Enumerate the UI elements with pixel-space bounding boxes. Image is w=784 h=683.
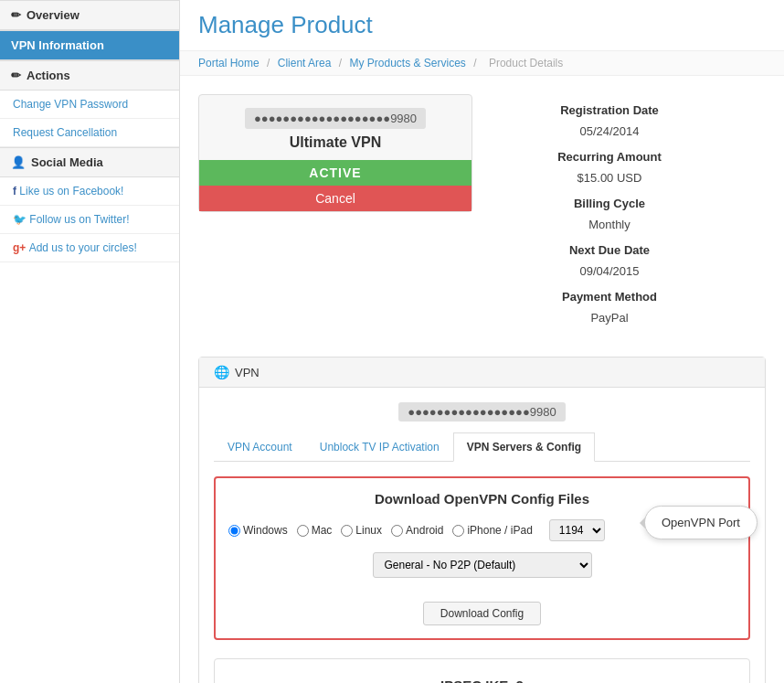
next-due-value: 09/04/2015 bbox=[511, 261, 708, 281]
tab-unblock-tv[interactable]: Unblock TV IP Activation bbox=[306, 432, 453, 462]
os-option-android[interactable]: Android bbox=[391, 524, 443, 537]
radio-linux[interactable] bbox=[341, 525, 353, 537]
recurring-value: $15.00 USD bbox=[511, 168, 708, 187]
ipsec-section: IPSEC IKEv2 Download IKev2 Certificate bbox=[214, 658, 750, 683]
breadcrumb-portal[interactable]: Portal Home bbox=[198, 57, 260, 69]
reg-date-label: Registration Date bbox=[511, 96, 708, 120]
vpn-tab-label: VPN bbox=[235, 366, 260, 379]
ipsec-title: IPSEC IKEv2 bbox=[233, 678, 731, 683]
sidebar-overview-label: Overview bbox=[26, 8, 79, 22]
os-option-iphone[interactable]: iPhone / iPad bbox=[452, 524, 532, 537]
config-title: Download OpenVPN Config Files bbox=[228, 491, 736, 507]
vpn-panel-header: 🌐 VPN bbox=[199, 358, 765, 388]
sidebar-actions-label: Actions bbox=[26, 69, 70, 82]
sidebar-vpn-info-header[interactable]: VPN Information bbox=[0, 30, 179, 60]
next-due-label: Next Due Date bbox=[511, 236, 708, 260]
radio-android[interactable] bbox=[391, 525, 403, 537]
radio-iphone[interactable] bbox=[452, 525, 464, 537]
product-details: Registration Date 05/24/2014 Recurring A… bbox=[509, 94, 710, 329]
actions-icon: ✏ bbox=[11, 69, 21, 82]
cancel-button[interactable]: Cancel bbox=[199, 186, 471, 211]
main-content: Manage Product Portal Home / Client Area… bbox=[180, 0, 784, 683]
sidebar-item-request-cancel[interactable]: Request Cancellation bbox=[0, 119, 179, 147]
vpn-panel: 🌐 VPN ●●●●●●●●●●●●●●●●●9980 VPN Account … bbox=[198, 357, 766, 683]
content-area: ●●●●●●●●●●●●●●●●●●●9980 Ultimate VPN ACT… bbox=[180, 76, 784, 683]
page-title: Manage Product bbox=[198, 11, 766, 39]
product-row: ●●●●●●●●●●●●●●●●●●●9980 Ultimate VPN ACT… bbox=[198, 94, 766, 329]
google-icon: g+ bbox=[13, 241, 29, 254]
product-card-top: ●●●●●●●●●●●●●●●●●●●9980 Ultimate VPN bbox=[199, 95, 471, 160]
payment-method-label: Payment Method bbox=[511, 283, 708, 306]
sub-tabs: VPN Account Unblock TV IP Activation VPN… bbox=[214, 432, 750, 462]
product-status: ACTIVE bbox=[199, 160, 471, 186]
billing-cycle-label: Billing Cycle bbox=[511, 189, 708, 213]
filter-dropdown[interactable]: General - No P2P (Default) P2P Allowed S… bbox=[373, 552, 592, 578]
recurring-label: Recurring Amount bbox=[511, 143, 708, 166]
download-config-button[interactable]: Download Config bbox=[423, 602, 541, 625]
product-card: ●●●●●●●●●●●●●●●●●●●9980 Ultimate VPN ACT… bbox=[198, 94, 472, 212]
sidebar-item-change-vpn[interactable]: Change VPN Password bbox=[0, 91, 179, 119]
sidebar: ✏ Overview VPN Information ✏ Actions Cha… bbox=[0, 0, 180, 683]
breadcrumb-products[interactable]: My Products & Services bbox=[349, 57, 465, 69]
sidebar-overview-header[interactable]: ✏ Overview bbox=[0, 0, 179, 30]
product-masked-id: ●●●●●●●●●●●●●●●●●●●9980 bbox=[245, 108, 426, 129]
sidebar-social-label: Social Media bbox=[31, 155, 103, 169]
main-header: Manage Product bbox=[180, 0, 784, 51]
vpn-inner: ●●●●●●●●●●●●●●●●●9980 VPN Account Unbloc… bbox=[199, 388, 765, 683]
overview-icon: ✏ bbox=[11, 8, 21, 22]
twitter-icon: 🐦 bbox=[13, 213, 29, 226]
breadcrumb: Portal Home / Client Area / My Products … bbox=[180, 51, 784, 76]
sidebar-item-google[interactable]: g+ Add us to your circles! bbox=[0, 234, 179, 262]
tab-vpn-servers[interactable]: VPN Servers & Config bbox=[453, 432, 595, 462]
sidebar-vpn-label: VPN Information bbox=[11, 38, 104, 52]
sidebar-item-facebook[interactable]: f Like us on Facebook! bbox=[0, 177, 179, 206]
os-option-mac[interactable]: Mac bbox=[297, 524, 333, 537]
openvpn-port-tooltip: OpenVPN Port bbox=[644, 506, 758, 539]
radio-mac[interactable] bbox=[297, 525, 309, 537]
product-name: Ultimate VPN bbox=[214, 134, 457, 151]
vpn-masked-account: ●●●●●●●●●●●●●●●●●9980 bbox=[398, 402, 565, 422]
vpn-masked-row: ●●●●●●●●●●●●●●●●●9980 bbox=[214, 402, 750, 422]
breadcrumb-client[interactable]: Client Area bbox=[278, 57, 332, 69]
breadcrumb-current: Product Details bbox=[489, 57, 563, 69]
payment-method-value: PayPal bbox=[511, 308, 708, 327]
config-section: Download OpenVPN Config Files Windows Ma… bbox=[214, 476, 750, 640]
social-icon: 👤 bbox=[11, 155, 26, 169]
reg-date-value: 05/24/2014 bbox=[511, 122, 708, 141]
port-dropdown[interactable]: 1194 443 80 bbox=[549, 519, 605, 541]
os-option-windows[interactable]: Windows bbox=[228, 524, 288, 537]
sidebar-actions-header: ✏ Actions bbox=[0, 60, 179, 91]
os-option-linux[interactable]: Linux bbox=[341, 524, 382, 537]
sidebar-social-header: 👤 Social Media bbox=[0, 147, 179, 177]
tab-vpn-account[interactable]: VPN Account bbox=[214, 432, 306, 462]
globe-icon: 🌐 bbox=[214, 365, 229, 379]
radio-windows[interactable] bbox=[228, 525, 240, 537]
billing-cycle-value: Monthly bbox=[511, 215, 708, 234]
sidebar-item-twitter[interactable]: 🐦 Follow us on Twitter! bbox=[0, 206, 179, 234]
